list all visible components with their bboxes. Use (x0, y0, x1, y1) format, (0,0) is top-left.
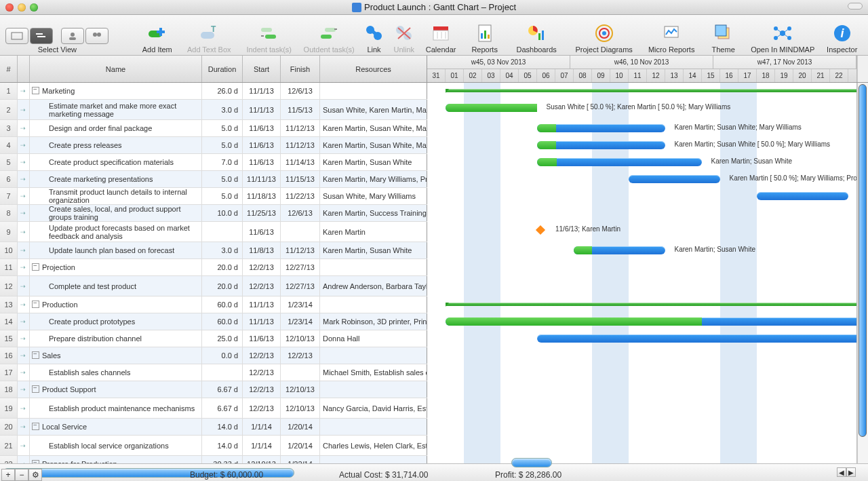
duration-cell[interactable]: 20.0 d (202, 259, 243, 275)
task-name-cell[interactable]: Create marketing presentations (30, 171, 202, 187)
finish-cell[interactable] (281, 222, 320, 242)
resources-cell[interactable]: Karen Martin, Mary Williams, Projector (320, 171, 427, 187)
gantt-area[interactable]: Susan White [ 50.0 %]; Karen Martin [ 50… (427, 83, 857, 463)
task-name-cell[interactable]: Prepare for Production (30, 456, 202, 463)
view-resource2-button[interactable] (85, 28, 108, 44)
open-mindmap-button[interactable]: Open In MINDMAP (745, 22, 821, 54)
add-row-button[interactable]: + (1, 469, 15, 481)
start-cell[interactable]: 11/6/13 (243, 120, 281, 136)
duration-cell[interactable]: 6.67 d (202, 398, 243, 418)
timeline-week[interactable]: w45, 03 Nov 2013 (427, 56, 570, 69)
resources-cell[interactable] (320, 381, 427, 398)
timeline-day[interactable]: 19 (775, 69, 793, 82)
duration-cell[interactable] (202, 364, 243, 381)
start-cell[interactable]: 12/2/13 (243, 347, 281, 364)
resources-cell[interactable] (320, 259, 427, 275)
task-name-cell[interactable]: Update product forecasts based on market… (30, 222, 202, 242)
view-resource1-button[interactable] (61, 28, 84, 44)
table-row[interactable]: 5⇢Create product specification materials… (0, 154, 427, 171)
resources-cell[interactable] (320, 419, 427, 435)
timeline-day[interactable]: 07 (555, 69, 574, 82)
table-row[interactable]: 12⇢Complete and test product20.0 d12/2/1… (0, 276, 427, 296)
start-cell[interactable]: 11/6/13 (243, 137, 281, 153)
duration-cell[interactable]: 3.0 d (202, 242, 243, 258)
view-list-button[interactable] (5, 28, 28, 44)
col-finish[interactable]: Finish (281, 56, 320, 82)
finish-cell[interactable]: 1/20/14 (281, 419, 320, 435)
finish-cell[interactable]: 12/10/13 (281, 398, 320, 418)
resources-cell[interactable]: Nancy Garcia, David Harris, Establish ma… (320, 398, 427, 418)
table-row[interactable]: 4⇢Create press releases5.0 d11/6/1311/12… (0, 137, 427, 154)
task-name-cell[interactable]: Projection (30, 259, 202, 275)
table-row[interactable]: 22⇢Prepare for Production30.33 d12/10/13… (0, 456, 427, 463)
task-name-cell[interactable]: Local Service (30, 419, 202, 435)
start-cell[interactable]: 12/2/13 (243, 276, 281, 296)
finish-cell[interactable]: 11/5/13 (281, 100, 320, 119)
timeline-day[interactable]: 10 (610, 69, 629, 82)
task-name-cell[interactable]: Sales (30, 347, 202, 364)
resources-cell[interactable]: Susan White, Mary Williams (320, 188, 427, 204)
table-row[interactable]: 14⇢Create product prototypes60.0 d11/1/1… (0, 313, 427, 330)
task-name-cell[interactable]: Establish local service organizations (30, 436, 202, 455)
add-text-box-button[interactable]: T Add Text Box (179, 22, 239, 54)
resources-cell[interactable]: Andrew Anderson, Barbara Taylor, Thomas … (320, 276, 427, 296)
table-row[interactable]: 21⇢Establish local service organizations… (0, 436, 427, 456)
timeline-day[interactable]: 20 (793, 69, 812, 82)
finish-cell[interactable]: 11/12/13 (281, 120, 320, 136)
task-bar[interactable] (574, 246, 665, 254)
finish-cell[interactable]: 1/23/14 (281, 296, 320, 313)
timeline-day[interactable]: 04 (500, 69, 519, 82)
duration-cell[interactable]: 30.33 d (202, 456, 243, 463)
duration-cell[interactable]: 0.0 d (202, 347, 243, 364)
resources-cell[interactable]: Charles Lewis, Helen Clark, Establish lo… (320, 436, 427, 455)
remove-row-button[interactable]: − (15, 469, 28, 481)
link-button[interactable]: Link (359, 22, 389, 54)
start-cell[interactable]: 12/2/13 (243, 381, 281, 398)
finish-cell[interactable]: 1/23/14 (281, 313, 320, 330)
timeline-day[interactable]: 02 (464, 69, 482, 82)
finish-cell[interactable]: 12/27/13 (281, 276, 320, 296)
start-cell[interactable]: 11/25/13 (243, 205, 281, 221)
table-row[interactable]: 18⇢Product Support6.67 d12/2/1312/10/13 (0, 381, 427, 398)
start-cell[interactable]: 12/2/13 (243, 364, 281, 381)
resources-cell[interactable] (320, 83, 427, 99)
table-row[interactable]: 3⇢Design and order final package5.0 d11/… (0, 120, 427, 137)
resources-cell[interactable] (320, 456, 427, 463)
expand-toggle[interactable] (33, 88, 39, 94)
table-row[interactable]: 7⇢Transmit product launch details to int… (0, 188, 427, 205)
table-row[interactable]: 1⇢Marketing26.0 d11/1/1312/6/13 (0, 83, 427, 100)
timeline-day[interactable]: 22 (830, 69, 848, 82)
task-name-cell[interactable]: Prepare distribution channel (30, 330, 202, 347)
finish-cell[interactable]: 12/10/13 (281, 381, 320, 398)
table-row[interactable]: 2⇢Estimate market and make more exact ma… (0, 100, 427, 120)
vertical-scrollbar[interactable] (857, 83, 868, 463)
timeline-day[interactable]: 14 (684, 69, 702, 82)
task-name-cell[interactable]: Create product prototypes (30, 313, 202, 330)
task-bar[interactable] (446, 318, 857, 326)
task-bar[interactable] (629, 175, 720, 183)
right-hscroll[interactable] (511, 458, 552, 467)
start-cell[interactable]: 11/6/13 (243, 222, 281, 242)
timeline-day[interactable]: 13 (665, 69, 684, 82)
duration-cell[interactable]: 5.0 d (202, 120, 243, 136)
table-row[interactable]: 9⇢Update product forecasts based on mark… (0, 222, 427, 242)
summary-bar[interactable] (446, 303, 857, 306)
task-name-cell[interactable]: Create product specification materials (30, 154, 202, 170)
resources-cell[interactable]: Michael Smith, Establish sales channels (320, 364, 427, 381)
finish-cell[interactable]: 11/22/13 (281, 188, 320, 204)
table-row[interactable]: 6⇢Create marketing presentations5.0 d11/… (0, 171, 427, 188)
finish-cell[interactable]: 12/2/13 (281, 347, 320, 364)
start-cell[interactable]: 11/6/13 (243, 330, 281, 347)
timeline-day[interactable]: 03 (482, 69, 500, 82)
duration-cell[interactable]: 60.0 d (202, 313, 243, 330)
resources-cell[interactable]: Karen Martin, Susan White (320, 154, 427, 170)
resources-cell[interactable]: Susan White, Karen Martin, Mary Williams (320, 100, 427, 119)
task-name-cell[interactable]: Transmit product launch details to inter… (30, 188, 202, 204)
task-bar[interactable] (537, 158, 702, 166)
timeline-day[interactable]: 18 (757, 69, 775, 82)
table-row[interactable]: 11⇢Projection20.0 d12/2/1312/27/13 (0, 259, 427, 276)
duration-cell[interactable]: 14.0 d (202, 419, 243, 435)
task-name-cell[interactable]: Design and order final package (30, 120, 202, 136)
table-row[interactable]: 16⇢Sales0.0 d12/2/1312/2/13 (0, 347, 427, 364)
duration-cell[interactable]: 3.0 d (202, 100, 243, 119)
